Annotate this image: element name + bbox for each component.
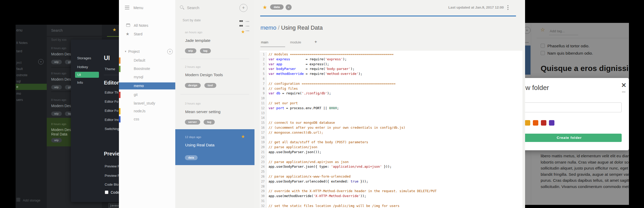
note-time: an hours ago: [185, 31, 202, 34]
settings-nav-ui-active[interactable]: UI: [75, 72, 99, 78]
add-tab-button[interactable]: +: [314, 39, 317, 44]
code-line: 25: [260, 169, 522, 174]
note-title: Jade template: [185, 38, 210, 43]
code-line: 21app.use(bodyParser.json());: [260, 150, 522, 155]
settings-editor-row: Editor Fo: [105, 100, 118, 103]
dark-add-folder-button[interactable]: +: [38, 59, 44, 64]
settings-nav-hotkey[interactable]: Hotkey: [77, 65, 88, 69]
code-line: 26// parse application/x-www-form-urlenc…: [260, 174, 522, 179]
dark-folder-item[interactable]: fault: [16, 67, 23, 71]
chevron-down-icon[interactable]: ▼: [124, 50, 127, 53]
code-line: 6: [260, 76, 522, 81]
dark-sidebar-item-all-notes[interactable]: ll Notes: [16, 41, 28, 45]
star-icon[interactable]: ★: [241, 29, 245, 35]
folder-label: memo: [134, 84, 144, 88]
color-swatch[interactable]: [541, 120, 546, 126]
code-block-checkbox[interactable]: [105, 191, 108, 194]
star-icon[interactable]: ★: [241, 134, 245, 139]
close-icon[interactable]: ✕: [621, 82, 626, 89]
code-line: 28: [260, 184, 522, 189]
settings-preview-row: Preview F: [105, 174, 120, 178]
sidebar-folder-css[interactable]: css: [134, 117, 139, 121]
sidebar-folder-laravel-study[interactable]: laravel_study: [134, 101, 155, 105]
note-tag-pill[interactable]: data: [270, 4, 284, 10]
dark-folder-item[interactable]: uers: [16, 98, 23, 102]
code-line: 30app.use(methodOverride('X-HTTP-Method-…: [260, 194, 522, 199]
code-line: 18: [260, 135, 522, 140]
note-item-selected[interactable]: 12 days ago ★ Using Real Data data: [175, 129, 254, 165]
code-line: 7// configuration ======================…: [260, 81, 522, 86]
dark-folder-label: e: [16, 85, 18, 89]
star-icon[interactable]: ★: [112, 27, 116, 32]
settings-nav-storages[interactable]: Storages: [77, 56, 91, 60]
code-line: 31: [260, 199, 522, 204]
dark-sort-select[interactable]: Sort by xxx: [51, 38, 66, 42]
code-editor[interactable]: 1// modules ============================…: [260, 51, 522, 208]
settings-nav-label: UI: [77, 73, 81, 77]
star-toggle-icon[interactable]: ★: [263, 4, 267, 10]
sidebar-folder-default[interactable]: Default: [134, 58, 145, 62]
code-line: 2var express = require('express');: [260, 57, 522, 62]
page-title: Using Real Data: [281, 24, 323, 31]
grid-view-icon[interactable]: [239, 18, 244, 28]
folder-color-bar: [119, 108, 120, 114]
note-item[interactable]: 2 hours ago Modern Design Tools design t…: [175, 64, 254, 94]
dark-search-input[interactable]: Search: [51, 28, 63, 32]
color-swatch[interactable]: [525, 120, 530, 126]
dark-folder-item[interactable]: ostnote: [16, 73, 28, 77]
folder-color-bar: [119, 116, 120, 122]
add-tag-button[interactable]: +: [286, 4, 292, 10]
create-folder-button[interactable]: Create folder: [517, 134, 622, 142]
dark-project-label[interactable]: ject: [16, 61, 22, 64]
code-line: 3var app = express();: [260, 62, 522, 67]
sidebar-folder-mysql[interactable]: mysql: [134, 75, 143, 79]
dark-sidebar-item-starred[interactable]: tard: [16, 49, 22, 53]
code-line: 13: [260, 111, 522, 116]
dark-folder-item-selected[interactable]: e: [16, 84, 47, 90]
note-item[interactable]: 3 hours ago Mean server setting server t…: [175, 100, 254, 129]
sidebar-folder-boostnote[interactable]: Boostnote: [134, 67, 150, 71]
add-storage-button[interactable]: Add storage: [23, 199, 40, 202]
code-line: 32// set the static files location /publ…: [260, 204, 522, 208]
sidebar-folder-git[interactable]: git: [134, 93, 138, 97]
note-title: Real Data: [51, 132, 67, 136]
code-line: 16// (uncomment after you enter in your …: [260, 125, 522, 130]
code-line: 24app.use(bodyParser.json({ type: 'appli…: [260, 164, 522, 169]
code-language-select[interactable]: javascri: [109, 203, 119, 208]
sort-select[interactable]: Sort by date: [183, 18, 201, 22]
note-item[interactable]: an hours ago ★ Jade template wip tag: [175, 29, 254, 58]
search-icon: [180, 5, 183, 9]
more-menu-icon[interactable]: [507, 4, 509, 11]
color-swatch[interactable]: [549, 120, 554, 126]
color-swatch[interactable]: [533, 120, 538, 126]
note-time: 12 days ago: [185, 135, 201, 139]
last-updated-label: Last updated at Jan.9, 2017 12:00: [448, 5, 504, 9]
sidebar-item-starred[interactable]: Stard: [134, 32, 142, 36]
divider: [180, 94, 249, 94]
search-icon-handle: [183, 8, 184, 9]
new-note-button[interactable]: +: [239, 4, 247, 12]
sidebar-folder-nodejs[interactable]: nodeJs: [134, 109, 145, 113]
code-line: 4var bodyParser = require('body-parser')…: [260, 67, 522, 72]
note-title: Using Real Data: [185, 143, 214, 147]
search-input[interactable]: Search: [187, 5, 199, 10]
settings-nav-info[interactable]: Info: [77, 81, 83, 84]
sidebar-folder-memo-selected[interactable]: memo: [119, 82, 175, 89]
settings-editor-row: Switching: [105, 127, 119, 131]
tab-module[interactable]: module: [290, 40, 301, 44]
menu-label[interactable]: Menu: [133, 5, 143, 10]
note-tag: tag: [200, 48, 211, 53]
breadcrumb-folder[interactable]: memo: [260, 24, 276, 31]
note-tag: wip: [51, 85, 62, 89]
dark-folder-item[interactable]: sql: [16, 79, 21, 83]
add-folder-button[interactable]: +: [167, 49, 173, 54]
menu-icon[interactable]: [125, 6, 129, 10]
note-list: Search + Sort by date an hours ago ★ Jad…: [175, 0, 254, 208]
dark-menu-label[interactable]: enu: [16, 28, 22, 32]
project-section-label[interactable]: Project: [128, 49, 140, 54]
dark-folder-item[interactable]: mo: [16, 92, 21, 95]
note-title: Modern Des: [51, 128, 71, 132]
tab-main[interactable]: main: [261, 40, 268, 44]
sidebar-item-all-notes[interactable]: All Notes: [134, 23, 148, 28]
folder-name-input[interactable]: [517, 102, 622, 112]
